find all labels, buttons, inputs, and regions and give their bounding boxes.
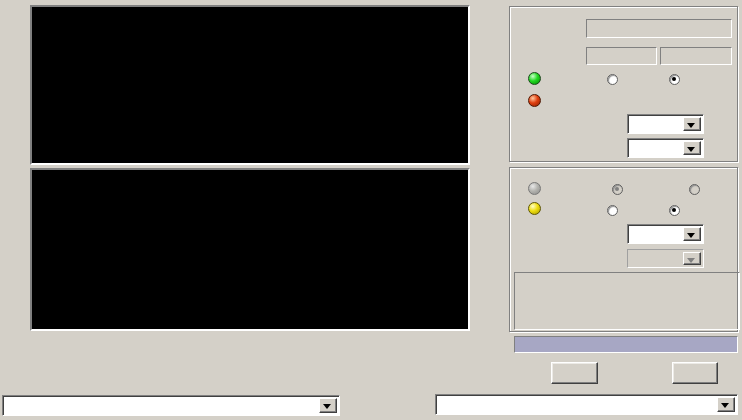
book-type-value	[660, 47, 732, 65]
po-scale-dropdown-button[interactable]	[683, 227, 701, 241]
chevron-down-icon	[687, 258, 695, 267]
pie-line-radio[interactable]	[607, 74, 618, 85]
drive-dropdown-button[interactable]	[319, 398, 337, 413]
jitter-scale-dropdown-button	[683, 252, 701, 265]
chevron-down-icon	[687, 147, 695, 156]
show-jitter-led[interactable]	[528, 182, 541, 195]
pie-speed-groupbox	[509, 6, 738, 162]
po-vertical-radio[interactable]	[669, 205, 680, 216]
jitter-average-radio[interactable]	[689, 184, 700, 195]
pie-scale-select[interactable]	[627, 114, 704, 134]
show-po-led[interactable]	[528, 202, 541, 215]
chevron-down-icon	[687, 123, 695, 132]
jitter-scale-select	[627, 249, 704, 268]
advanced-commands-select[interactable]	[435, 394, 738, 415]
stop-button[interactable]	[672, 362, 718, 384]
po-scale-select[interactable]	[627, 224, 704, 244]
progress-bar	[514, 336, 738, 353]
po-canvas	[32, 170, 468, 329]
drive-select[interactable]	[2, 395, 340, 416]
speed-accuracy-select[interactable]	[627, 138, 704, 158]
show-speed-led[interactable]	[528, 94, 541, 107]
pie-speed-canvas	[32, 7, 468, 163]
chevron-down-icon	[721, 403, 729, 412]
start-button[interactable]	[551, 362, 598, 384]
chevron-down-icon	[687, 233, 695, 242]
advanced-commands-dropdown-button[interactable]	[717, 397, 735, 412]
po-graph	[30, 168, 470, 331]
lba-counters-panel	[514, 272, 740, 330]
pie-vertical-radio[interactable]	[669, 74, 680, 85]
chevron-down-icon	[323, 404, 331, 413]
disc-type-value	[586, 47, 657, 65]
po-line-radio[interactable]	[607, 205, 618, 216]
jitter-instant-radio[interactable]	[612, 184, 623, 195]
pie-scale-dropdown-button[interactable]	[683, 117, 701, 131]
scan-window	[0, 0, 742, 420]
show-pie-led[interactable]	[528, 72, 541, 85]
pie-speed-graph	[30, 5, 470, 165]
mid-code-value	[586, 19, 732, 38]
speed-accuracy-dropdown-button[interactable]	[683, 141, 701, 155]
